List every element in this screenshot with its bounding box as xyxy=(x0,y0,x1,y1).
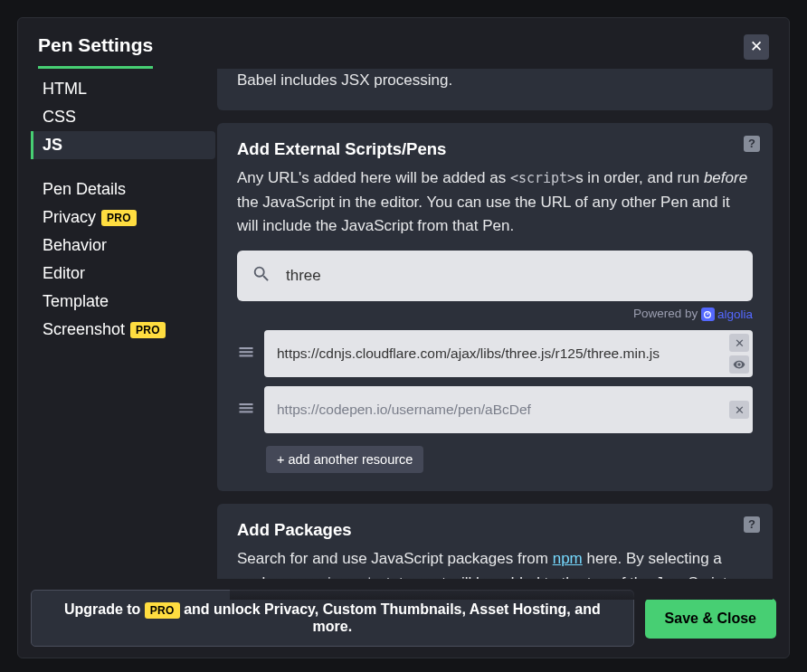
panel-description: Any URL's added here will be added as <s… xyxy=(237,166,753,238)
close-icon: ✕ xyxy=(750,38,763,55)
babel-note: Babel includes JSX processing. xyxy=(237,69,753,92)
powered-by-algolia: Powered by algolia xyxy=(237,307,753,321)
sidebar-item-label: Editor xyxy=(43,264,85,283)
sidebar-item-label: Pen Details xyxy=(43,180,126,199)
resource-url-input[interactable] xyxy=(264,386,753,433)
close-icon: ✕ xyxy=(735,403,745,417)
svg-rect-1 xyxy=(240,347,253,349)
cdn-search-field xyxy=(237,251,753,301)
eye-icon xyxy=(733,358,745,371)
help-icon[interactable]: ? xyxy=(744,136,760,152)
panel-description: Search for and use JavaScript packages f… xyxy=(237,547,753,579)
sidebar-item-label: Privacy xyxy=(43,208,96,227)
sidebar-item-screenshot[interactable]: Screenshot PRO xyxy=(31,316,215,344)
code-tag: <script> xyxy=(510,170,575,186)
resource-row: ✕ xyxy=(237,330,753,377)
modal-body: HTML CSS JS Pen Details Privacy PRO Beha… xyxy=(18,69,789,579)
sidebar-item-pen-details[interactable]: Pen Details xyxy=(31,175,215,203)
svg-rect-2 xyxy=(240,351,253,353)
close-button[interactable]: ✕ xyxy=(744,34,769,60)
sidebar-item-privacy[interactable]: Privacy PRO xyxy=(31,203,215,232)
sidebar-item-behavior[interactable]: Behavior xyxy=(31,232,215,260)
drag-handle-icon[interactable] xyxy=(237,343,255,364)
sidebar-item-css[interactable]: CSS xyxy=(31,103,215,131)
sidebar-item-label: Template xyxy=(43,292,109,311)
sidebar-item-editor[interactable]: Editor xyxy=(31,260,215,288)
external-scripts-panel: ? Add External Scripts/Pens Any URL's ad… xyxy=(217,123,773,491)
pen-settings-modal: Pen Settings ✕ HTML CSS JS Pen Details P… xyxy=(17,17,790,658)
panel-title: Add Packages xyxy=(237,520,753,540)
modal-footer: Upgrade to PRO and unlock Privacy, Custo… xyxy=(18,579,789,658)
remove-resource-button[interactable]: ✕ xyxy=(729,401,749,419)
cdn-search-input[interactable] xyxy=(237,251,753,301)
preprocessor-panel-tail: Babel includes JSX processing. xyxy=(217,69,773,110)
svg-rect-6 xyxy=(240,412,253,413)
resource-row: ✕ xyxy=(237,386,753,433)
sidebar-item-template[interactable]: Template xyxy=(31,288,215,316)
resource-url-input[interactable] xyxy=(264,330,753,377)
sidebar-item-label: HTML xyxy=(43,80,87,99)
sidebar-item-js[interactable]: JS xyxy=(31,131,215,159)
remove-resource-button[interactable]: ✕ xyxy=(729,334,749,352)
upgrade-button[interactable]: Upgrade to PRO and unlock Privacy, Custo… xyxy=(31,590,634,647)
pro-badge: PRO xyxy=(130,322,166,338)
settings-content[interactable]: Babel includes JSX processing. ? Add Ext… xyxy=(217,69,789,579)
pro-badge: PRO xyxy=(145,602,180,619)
panel-title: Add External Scripts/Pens xyxy=(237,139,753,159)
sidebar: HTML CSS JS Pen Details Privacy PRO Beha… xyxy=(18,69,217,579)
algolia-badge[interactable]: algolia xyxy=(701,308,753,321)
sidebar-item-label: CSS xyxy=(43,108,76,127)
modal-header: Pen Settings ✕ xyxy=(18,18,789,69)
svg-rect-5 xyxy=(240,407,253,409)
search-icon xyxy=(252,264,271,288)
sidebar-item-label: Screenshot xyxy=(43,320,125,339)
npm-link[interactable]: npm xyxy=(553,550,583,567)
pro-badge: PRO xyxy=(101,210,137,226)
modal-title: Pen Settings xyxy=(38,34,153,69)
svg-rect-3 xyxy=(240,355,253,357)
view-resource-button[interactable] xyxy=(729,355,749,374)
add-resource-button[interactable]: + add another resource xyxy=(266,446,423,473)
algolia-logo-icon xyxy=(701,308,715,321)
sidebar-item-label: JS xyxy=(43,136,62,155)
close-icon: ✕ xyxy=(735,336,745,350)
sidebar-item-html[interactable]: HTML xyxy=(31,75,215,103)
svg-rect-4 xyxy=(240,403,253,405)
add-packages-panel: ? Add Packages Search for and use JavaSc… xyxy=(217,504,773,579)
help-icon[interactable]: ? xyxy=(744,516,760,533)
code-tag: import xyxy=(325,575,374,579)
drag-handle-icon[interactable] xyxy=(237,399,255,421)
save-close-button[interactable]: Save & Close xyxy=(645,599,776,639)
sidebar-item-label: Behavior xyxy=(43,236,107,255)
